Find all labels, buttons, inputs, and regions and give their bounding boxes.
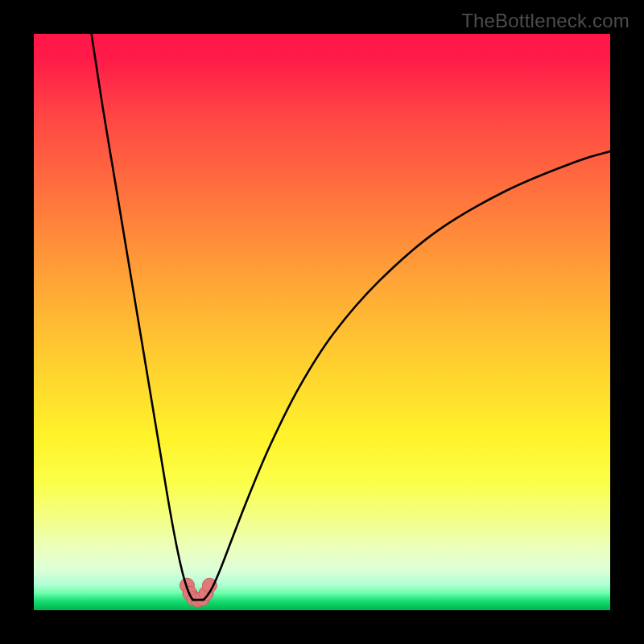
chart-frame: TheBottleneck.com	[0, 0, 644, 644]
curve-layer	[34, 34, 610, 610]
plot-area	[34, 34, 610, 610]
curve-left-branch	[92, 34, 193, 600]
curve-right-branch	[204, 151, 610, 600]
watermark-text: TheBottleneck.com	[461, 10, 630, 32]
